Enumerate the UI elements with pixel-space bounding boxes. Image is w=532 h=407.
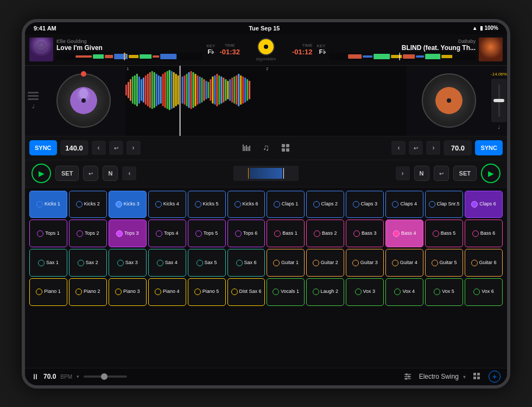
pad-tops-6[interactable]: Tops 6	[227, 220, 265, 247]
pad-sax-3[interactable]: Sax 3	[109, 249, 147, 277]
left-back-btn[interactable]: ‹	[122, 166, 136, 180]
pad-vocals-1[interactable]: Vocals 1	[267, 278, 305, 306]
pad-kicks-1[interactable]: Kicks 1	[29, 191, 67, 218]
svg-rect-96	[282, 148, 285, 152]
right-prev-button[interactable]: ‹	[391, 141, 406, 155]
right-loop-button[interactable]: ↩	[434, 166, 449, 181]
right-sync-button[interactable]: SYNC	[475, 140, 503, 155]
svg-rect-63	[203, 79, 205, 101]
add-icon-btn[interactable]: +	[489, 371, 501, 383]
pad-vox-3[interactable]: Vox 3	[346, 278, 384, 306]
pause-button[interactable]: ⏸	[31, 372, 39, 381]
pad-piano-1[interactable]: Piano 1	[29, 278, 67, 306]
pad-guitar-3[interactable]: Guitar 3	[346, 249, 384, 277]
left-n-button[interactable]: N	[103, 166, 118, 181]
pad-guitar-6[interactable]: Guitar 6	[465, 249, 503, 277]
mixer-icon-btn[interactable]	[239, 140, 254, 155]
right-next-button[interactable]: ›	[426, 141, 440, 155]
left-loop-btn[interactable]: ↩	[109, 141, 123, 155]
svg-rect-97	[286, 148, 289, 152]
left-play-button[interactable]: ▶	[31, 164, 51, 183]
pad-sax-1[interactable]: Sax 1	[29, 249, 67, 277]
grid-icon-btn[interactable]	[278, 140, 293, 155]
pad-dist-sax-6[interactable]: Dist Sax 6	[227, 278, 265, 306]
pad-tops-5[interactable]: Tops 5	[188, 220, 226, 247]
svg-rect-38	[149, 72, 151, 107]
pad-claps-3[interactable]: Claps 3	[346, 191, 384, 218]
logo-text: algoriddim	[256, 57, 276, 61]
right-track: BLIND (feat. Young Th...	[329, 44, 476, 52]
pad-sax-6[interactable]: Sax 6	[227, 249, 265, 277]
pad-piano-5[interactable]: Piano 5	[188, 278, 226, 306]
pad-bass-2[interactable]: Bass 2	[306, 220, 344, 247]
bottom-bpm: 70.0	[43, 373, 56, 380]
right-vinyl[interactable]	[422, 73, 476, 128]
svg-rect-6	[114, 54, 128, 59]
left-next-button[interactable]: ›	[126, 141, 141, 155]
equalizer-icon-btn[interactable]	[401, 370, 415, 384]
pad-bass-6[interactable]: Bass 6	[465, 220, 503, 247]
left-loop-button[interactable]: ↩	[83, 166, 98, 181]
pad-bass-3[interactable]: Bass 3	[346, 220, 384, 247]
pad-clap-snr-5[interactable]: Clap Snr.5	[425, 191, 463, 218]
left-prev-button[interactable]: ‹	[92, 141, 106, 155]
pad-laugh-2[interactable]: Laugh 2	[306, 278, 344, 306]
pad-sax-5[interactable]: Sax 5	[188, 249, 226, 277]
pad-claps-1[interactable]: Claps 1	[267, 191, 305, 218]
svg-rect-3	[75, 55, 92, 58]
svg-rect-65	[207, 82, 209, 98]
svg-rect-105	[477, 373, 480, 375]
svg-rect-83	[246, 79, 248, 101]
pad-kicks-3[interactable]: Kicks 3	[109, 191, 147, 218]
right-n-button[interactable]: N	[414, 166, 429, 181]
svg-rect-15	[363, 55, 372, 58]
pad-vox-4[interactable]: Vox 4	[385, 278, 423, 306]
bpm-slider[interactable]	[84, 375, 127, 378]
pad-piano-3[interactable]: Piano 3	[109, 278, 147, 306]
pad-piano-4[interactable]: Piano 4	[148, 278, 186, 306]
svg-rect-43	[160, 76, 162, 103]
right-artist: DaBaby	[329, 39, 476, 44]
right-play-button[interactable]: ▶	[481, 164, 501, 183]
pad-claps-6[interactable]: Claps 6	[465, 191, 503, 218]
svg-rect-19	[416, 55, 424, 58]
left-sync-button[interactable]: SYNC	[29, 140, 57, 155]
pad-piano-2[interactable]: Piano 2	[69, 278, 107, 306]
pad-bass-5[interactable]: Bass 5	[425, 220, 463, 247]
svg-rect-13	[479, 37, 503, 61]
pad-tops-4[interactable]: Tops 4	[148, 220, 186, 247]
pad-guitar-4[interactable]: Guitar 4	[385, 249, 423, 277]
pad-vox-5[interactable]: Vox 5	[425, 278, 463, 306]
music-icon-btn[interactable]: ♫	[258, 140, 274, 155]
svg-rect-59	[195, 73, 197, 106]
pad-kicks-4[interactable]: Kicks 4	[148, 191, 186, 218]
right-set-button[interactable]: SET	[453, 166, 477, 181]
pad-vox-6[interactable]: Vox 6	[465, 278, 503, 306]
pad-kicks-2[interactable]: Kicks 2	[69, 191, 107, 218]
apps-icon-btn[interactable]	[470, 370, 484, 384]
pad-sax-4[interactable]: Sax 4	[148, 249, 186, 277]
pad-bass-4[interactable]: Bass 4	[385, 220, 423, 247]
svg-rect-41	[156, 73, 157, 106]
right-forward-btn[interactable]: ›	[396, 166, 410, 180]
pad-tops-2[interactable]: Tops 2	[69, 220, 107, 247]
pad-guitar-1[interactable]: Guitar 1	[267, 249, 305, 277]
pad-sax-2[interactable]: Sax 2	[69, 249, 107, 277]
right-loop-btn[interactable]: ↩	[409, 141, 423, 155]
pad-tops-1[interactable]: Tops 1	[29, 220, 67, 247]
pad-tops-3[interactable]: Tops 3	[109, 220, 147, 247]
pad-guitar-5[interactable]: Guitar 5	[425, 249, 463, 277]
svg-rect-72	[223, 77, 224, 102]
pad-claps-2[interactable]: Claps 2	[306, 191, 344, 218]
left-vinyl[interactable]	[56, 73, 111, 128]
pad-kicks-6[interactable]: Kicks 6	[227, 191, 265, 218]
status-bar: 9:41 AM Tue Sep 15 ▲ ▮ 100%	[25, 22, 507, 34]
pad-guitar-2[interactable]: Guitar 2	[306, 249, 344, 277]
pad-kicks-5[interactable]: Kicks 5	[188, 191, 226, 218]
left-set-button[interactable]: SET	[55, 166, 79, 181]
pad-claps-4[interactable]: Claps 4	[385, 191, 423, 218]
svg-rect-93	[249, 146, 250, 151]
pad-bass-1[interactable]: Bass 1	[267, 220, 305, 247]
pitch-control[interactable]	[491, 79, 506, 122]
crossfader-knob[interactable]	[257, 38, 275, 55]
